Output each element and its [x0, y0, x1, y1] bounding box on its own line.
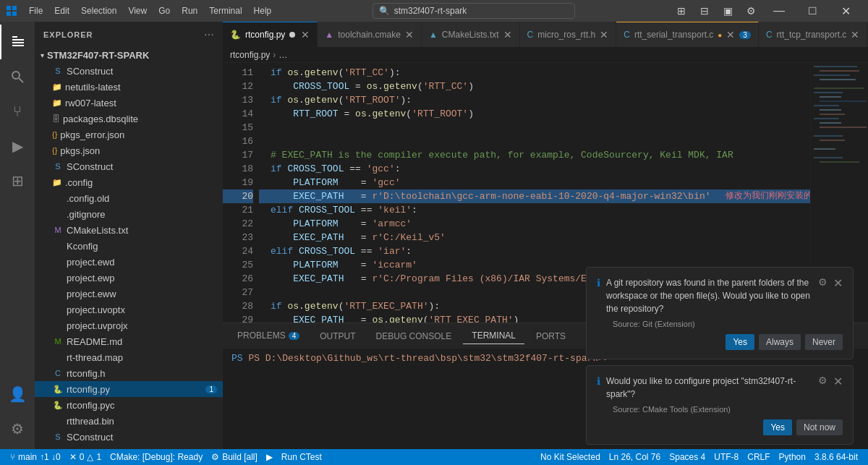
status-cmake[interactable]: CMake: [Debug]: Ready	[106, 452, 207, 462]
tab-close-button[interactable]: ✕	[405, 29, 414, 40]
panel-tab-ports[interactable]: PORTS	[527, 328, 574, 344]
tab-close-button[interactable]: ✕	[851, 29, 859, 40]
tree-item[interactable]: .config.old	[35, 190, 223, 206]
tree-item-active[interactable]: 🐍 rtconfig.py 1	[35, 381, 223, 397]
activity-item-accounts[interactable]: 👤	[0, 377, 35, 411]
menu-view[interactable]: View	[122, 4, 153, 17]
breadcrumb-location[interactable]: …	[278, 50, 287, 60]
tree-item[interactable]: M README.md	[35, 333, 223, 349]
cmake-yes-button[interactable]: Yes	[763, 419, 792, 435]
terminal-ps: PS	[231, 353, 248, 364]
activity-item-source-control[interactable]: ⑂	[0, 94, 35, 129]
status-line-ending[interactable]: CRLF	[743, 452, 774, 462]
tree-item[interactable]: Kconfig	[35, 238, 223, 254]
sidebar-toggle[interactable]: ▣	[716, 0, 739, 22]
git-never-button[interactable]: Never	[805, 334, 843, 350]
menu-help[interactable]: Help	[248, 4, 278, 17]
activity-item-search[interactable]	[0, 59, 35, 94]
minimize-button[interactable]: —	[762, 0, 796, 22]
title-search-text[interactable]: stm32f407-rt-spark	[394, 6, 467, 16]
tree-item[interactable]: project.uvoptx	[35, 302, 223, 317]
menu-go[interactable]: Go	[153, 4, 176, 17]
tab-rtt-tcp[interactable]: C rtt_tcp_transport.c ✕	[759, 22, 867, 47]
settings-icon[interactable]: ⚙	[739, 0, 762, 22]
tree-item[interactable]: 📁 .config	[35, 174, 223, 190]
tree-item[interactable]: S SConstruct	[35, 63, 223, 79]
tree-item[interactable]: C rtconfig.h	[35, 365, 223, 381]
error-count: 0	[80, 452, 85, 462]
cmake-not-now-button[interactable]: Not now	[796, 419, 843, 435]
status-no-kit[interactable]: No Kit Selected	[536, 452, 605, 462]
git-yes-button[interactable]: Yes	[726, 334, 754, 350]
panel-tab-terminal[interactable]: TERMINAL	[463, 328, 524, 344]
maximize-button[interactable]: ☐	[796, 0, 829, 22]
notification-gear-icon[interactable]: ⚙	[818, 276, 827, 288]
notification-close-icon[interactable]: ✕	[833, 276, 843, 290]
status-run-ctest[interactable]: Run CTest	[277, 452, 326, 462]
git-always-button[interactable]: Always	[759, 334, 801, 350]
tree-item[interactable]: S SConstruct	[35, 429, 223, 445]
tree-root[interactable]: ▾ STM32F407-RT-SPARK	[35, 47, 223, 63]
tree-item[interactable]: 📁 rw007-latest	[35, 95, 223, 111]
activity-item-explorer[interactable]	[0, 25, 35, 59]
activity-item-run[interactable]: ▶	[0, 129, 35, 163]
activity-item-extensions[interactable]: ⊞	[0, 163, 35, 198]
tab-close-button[interactable]: ✕	[600, 29, 608, 40]
tree-item[interactable]: 📁 netutils-latest	[35, 79, 223, 95]
tab-label: CMakeLists.txt	[442, 30, 499, 40]
tree-item[interactable]: S SConstruct	[35, 158, 223, 174]
status-position[interactable]: Ln 26, Col 76	[605, 452, 665, 462]
tree-item[interactable]: project.eww	[35, 286, 223, 302]
tree-item[interactable]: rt-thread.map	[35, 349, 223, 365]
tab-close-button[interactable]: ✕	[301, 29, 310, 40]
menu-run[interactable]: Run	[176, 4, 203, 17]
status-errors[interactable]: ✕ 0 △ 1	[65, 452, 106, 462]
tree-item[interactable]: project.ewp	[35, 270, 223, 286]
close-button[interactable]: ✕	[829, 0, 862, 22]
breadcrumb-file[interactable]: rtconfig.py	[230, 50, 270, 60]
tab-rtconfig-py[interactable]: 🐍 rtconfig.py ✕	[223, 22, 318, 47]
layout-icon[interactable]: ⊞	[670, 0, 693, 22]
notification-gear-icon[interactable]: ⚙	[818, 375, 827, 386]
status-encoding[interactable]: UTF-8	[710, 452, 743, 462]
status-build[interactable]: ⚙ Build [all]	[207, 452, 262, 462]
tree-item[interactable]: {} pkgs.json	[35, 142, 223, 158]
chinese-annotation: 修改为我们刚刚安装的工具链位置	[726, 189, 810, 203]
tree-item[interactable]: {} pkgs_error.json	[35, 127, 223, 142]
svg-rect-29	[820, 161, 859, 163]
status-branch[interactable]: ⑂ main ↑1 ↓0	[6, 452, 65, 462]
tree-item[interactable]: project.ewd	[35, 254, 223, 270]
tree-item[interactable]: .gitignore	[35, 206, 223, 222]
tree-item-label: project.ewd	[67, 257, 114, 268]
tab-close-button[interactable]: ✕	[726, 29, 735, 40]
tab-close-button[interactable]: ✕	[503, 29, 512, 40]
tree-item[interactable]: 🗄 packages.dbsqlite	[35, 111, 223, 127]
python-file-icon: 🐍	[230, 30, 241, 40]
tab-rtt-serial[interactable]: C rtt_serial_transport.c ● ✕ 3	[616, 22, 759, 47]
status-spaces[interactable]: Spaces 4	[665, 452, 710, 462]
menu-edit[interactable]: Edit	[48, 4, 75, 17]
tab-toolchain[interactable]: ▲ toolchain.cmake ✕	[318, 22, 422, 47]
notification-close-icon[interactable]: ✕	[833, 375, 843, 388]
sidebar-more-actions[interactable]: ⋯	[204, 29, 214, 40]
menu-terminal[interactable]: Terminal	[203, 4, 247, 17]
tree-item[interactable]: 🐍 rtconfig.pyc	[35, 397, 223, 413]
tree-item[interactable]: M CMakeLists.txt	[35, 222, 223, 238]
status-right: No Kit Selected Ln 26, Col 76 Spaces 4 U…	[536, 452, 862, 462]
status-language[interactable]: Python	[775, 452, 810, 462]
tree-item[interactable]: rtthread.bin	[35, 413, 223, 429]
panel-tab-problems[interactable]: PROBLEMS 4	[229, 328, 308, 344]
status-run-play[interactable]: ▶	[262, 452, 277, 462]
tree-item-label: SConstruct	[67, 432, 113, 443]
menu-file[interactable]: File	[23, 4, 48, 17]
tab-micro-ros[interactable]: C micro_ros_rtt.h ✕	[520, 22, 617, 47]
tab-cmakelists[interactable]: ▲ CMakeLists.txt ✕	[422, 22, 520, 47]
tree-item-label: netutils-latest	[65, 82, 121, 93]
activity-item-settings[interactable]: ⚙	[0, 411, 35, 446]
menu-selection[interactable]: Selection	[75, 4, 122, 17]
panel-toggle[interactable]: ⊟	[693, 0, 716, 22]
panel-tab-debug[interactable]: DEBUG CONSOLE	[367, 328, 461, 344]
panel-tab-output[interactable]: OUTPUT	[311, 328, 364, 344]
status-python-version[interactable]: 3.8.6 64-bit	[810, 452, 862, 462]
tree-item[interactable]: project.uvprojx	[35, 317, 223, 333]
